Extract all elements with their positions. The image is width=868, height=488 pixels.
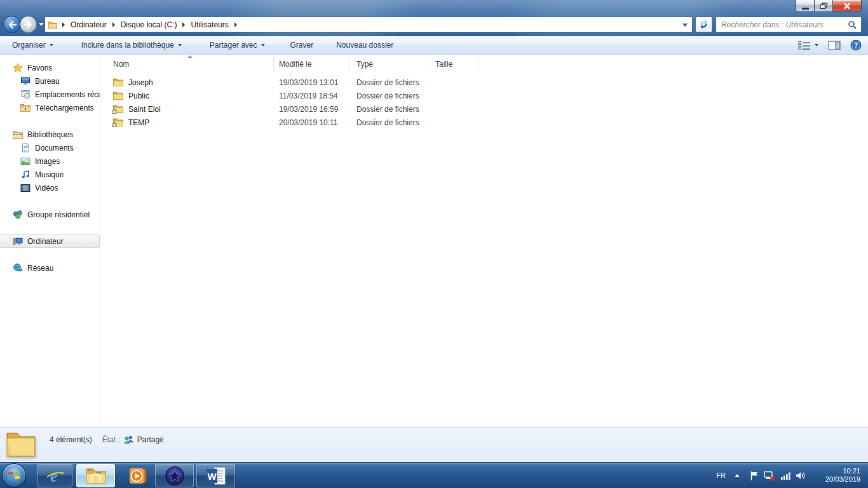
libraries-icon [13,130,23,139]
file-modified: 11/03/2019 18:54 [274,92,350,100]
column-header-modified[interactable]: Modifié le [274,57,350,71]
restore-icon [820,3,828,10]
breadcrumb-chevron-icon [182,22,185,27]
computer-icon [13,237,23,246]
language-indicator[interactable]: FR [716,471,726,479]
close-button[interactable] [832,0,862,12]
hidden-icons-chevron-icon[interactable] [735,474,740,477]
sidebar-item-music[interactable]: Musique [0,168,100,181]
taskbar-item-internet-explorer[interactable]: e [37,464,72,487]
sidebar-item-network[interactable]: Réseau [0,261,100,274]
sidebar-item-documents[interactable]: Documents [0,141,100,154]
documents-icon [20,143,31,152]
refresh-button[interactable] [695,17,712,32]
signal-strength-icon[interactable] [781,471,790,480]
search-input[interactable] [716,17,848,32]
sidebar-item-videos[interactable]: Vidéos [0,181,100,194]
recent-pages-chevron-icon[interactable] [39,23,44,26]
taskbar-item-star-app[interactable] [155,464,194,487]
column-header-name[interactable]: Nom [101,57,274,71]
preview-pane-icon [828,41,841,50]
chevron-down-icon [261,44,265,46]
breadcrumb-item-local-disk[interactable]: Disque local (C:) [118,17,180,32]
network-disconnected-icon[interactable] [764,471,775,481]
sidebar-item-images[interactable]: Images [0,154,100,168]
file-type: Dossier de fichiers [350,118,426,127]
breadcrumb-item-computer[interactable]: Ordinateur [67,17,110,32]
videos-icon [20,184,31,193]
refresh-icon [699,20,709,29]
desktop-icon [20,76,31,86]
address-dropdown-icon[interactable] [682,24,688,27]
star-orb-icon [165,466,185,486]
taskbar-item-windows-explorer[interactable] [76,464,115,487]
sidebar-item-homegroup[interactable]: Groupe résidentiel [0,208,100,221]
column-header-type[interactable]: Type [350,57,426,71]
breadcrumb-chevron-icon [62,22,65,27]
preview-pane-button[interactable] [828,41,841,50]
media-player-icon [128,466,147,485]
file-modified: 19/03/2019 16:59 [274,105,350,114]
breadcrumb-item-users[interactable]: Utilisateurs [187,17,231,32]
back-arrow-icon [8,21,17,29]
sidebar-item-label: Ordinateur [27,237,64,246]
organize-label: Organiser [12,41,46,50]
column-header-size[interactable]: Taille [426,57,478,71]
table-row[interactable]: Joseph 19/03/2019 13:01 Dossier de fichi… [101,76,868,89]
svg-text:?: ? [854,42,858,49]
start-button[interactable] [2,463,26,487]
sidebar-item-label: Téléchargements [35,104,94,112]
search-icon[interactable] [848,20,857,29]
file-name: Public [128,92,149,100]
burn-button[interactable]: Graver [283,36,321,54]
clock[interactable]: 10:21 20/03/2019 [806,467,860,484]
share-with-button[interactable]: Partager avec [203,36,272,54]
sidebar-item-desktop[interactable]: Bureau [0,74,100,88]
recent-places-icon [20,90,31,99]
close-icon [843,3,851,10]
images-icon [20,157,31,166]
forward-arrow-icon [24,21,33,29]
downloads-icon [20,103,31,112]
sidebar-item-label: Réseau [27,264,53,273]
sidebar-item-recent-places[interactable]: Emplacements récents [0,88,100,101]
sidebar-item-label: Groupe résidentiel [27,210,90,219]
chevron-down-icon [50,44,53,46]
sidebar-item-label: Vidéos [35,184,58,193]
file-rows: Joseph 19/03/2019 13:01 Dossier de fichi… [101,76,868,129]
breadcrumb-chevron-icon [112,22,115,27]
table-row[interactable]: Public 11/03/2019 18:54 Dossier de fichi… [101,89,868,102]
breadcrumb-chevron-icon [234,22,237,27]
table-row[interactable]: Saint Eloi 19/03/2019 16:59 Dossier de f… [101,102,868,116]
taskbar-item-word[interactable]: W [196,464,235,487]
sidebar-item-label: Documents [35,144,74,152]
sidebar-item-label: Bureau [35,77,60,86]
explorer-folder-icon [86,468,106,484]
sidebar-item-downloads[interactable]: Téléchargements [0,101,100,114]
navigation-bar: Ordinateur Disque local (C:) Utilisateur… [0,13,868,36]
sidebar-item-computer[interactable]: Ordinateur [0,234,100,248]
new-folder-button[interactable]: Nouveau dossier [329,36,400,54]
change-view-button[interactable] [798,41,818,50]
organize-button[interactable]: Organiser [5,36,60,54]
forward-button[interactable] [20,16,37,33]
address-bar[interactable]: Ordinateur Disque local (C:) Utilisateur… [44,17,693,32]
volume-icon[interactable] [796,471,806,480]
state-value: Partagé [137,435,164,444]
sidebar-item-libraries[interactable]: Bibliothèques [0,128,100,141]
taskbar-item-media-player[interactable] [123,464,153,487]
state-label: État : [102,435,120,444]
table-row[interactable]: TEMP 20/03/2019 10:11 Dossier de fichier… [101,116,868,129]
restore-button[interactable] [815,0,832,12]
action-center-flag-icon[interactable] [750,471,759,481]
internet-explorer-icon: e [45,466,65,485]
back-button[interactable] [3,16,20,33]
help-button[interactable]: ? [850,39,862,51]
new-folder-label: Nouveau dossier [336,41,393,50]
clock-date: 20/03/2019 [806,475,860,484]
include-in-library-button[interactable]: Inclure dans la bibliothèque [74,36,189,54]
file-type: Dossier de fichiers [350,78,426,87]
window-controls [796,0,862,12]
minimize-button[interactable] [796,0,815,12]
sidebar-item-favorites[interactable]: Favoris [0,61,100,74]
